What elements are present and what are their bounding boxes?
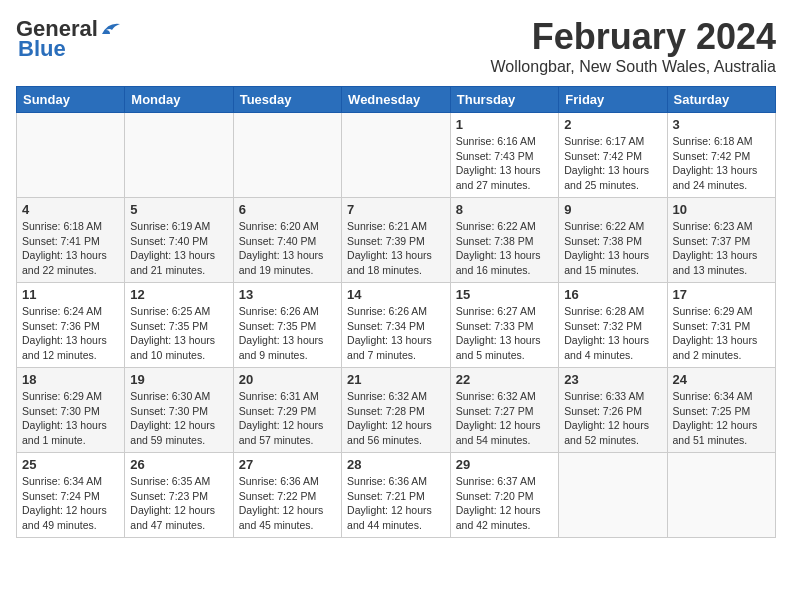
calendar-table: SundayMondayTuesdayWednesdayThursdayFrid… <box>16 86 776 538</box>
logo-blue: Blue <box>18 36 66 62</box>
cell-info: Sunrise: 6:21 AM Sunset: 7:39 PM Dayligh… <box>347 219 445 278</box>
weekday-header: Sunday <box>17 87 125 113</box>
day-number: 2 <box>564 117 661 132</box>
cell-info: Sunrise: 6:24 AM Sunset: 7:36 PM Dayligh… <box>22 304 119 363</box>
calendar-cell: 24Sunrise: 6:34 AM Sunset: 7:25 PM Dayli… <box>667 368 776 453</box>
month-year: February 2024 <box>491 16 776 58</box>
calendar-week-row: 18Sunrise: 6:29 AM Sunset: 7:30 PM Dayli… <box>17 368 776 453</box>
calendar-cell: 9Sunrise: 6:22 AM Sunset: 7:38 PM Daylig… <box>559 198 667 283</box>
calendar-cell <box>17 113 125 198</box>
calendar-cell: 15Sunrise: 6:27 AM Sunset: 7:33 PM Dayli… <box>450 283 558 368</box>
day-number: 21 <box>347 372 445 387</box>
calendar-week-row: 1Sunrise: 6:16 AM Sunset: 7:43 PM Daylig… <box>17 113 776 198</box>
location: Wollongbar, New South Wales, Australia <box>491 58 776 76</box>
calendar-cell: 5Sunrise: 6:19 AM Sunset: 7:40 PM Daylig… <box>125 198 233 283</box>
calendar-cell: 17Sunrise: 6:29 AM Sunset: 7:31 PM Dayli… <box>667 283 776 368</box>
day-number: 26 <box>130 457 227 472</box>
calendar-cell: 14Sunrise: 6:26 AM Sunset: 7:34 PM Dayli… <box>342 283 451 368</box>
day-number: 12 <box>130 287 227 302</box>
cell-info: Sunrise: 6:31 AM Sunset: 7:29 PM Dayligh… <box>239 389 336 448</box>
calendar-cell: 12Sunrise: 6:25 AM Sunset: 7:35 PM Dayli… <box>125 283 233 368</box>
calendar-cell <box>125 113 233 198</box>
cell-info: Sunrise: 6:35 AM Sunset: 7:23 PM Dayligh… <box>130 474 227 533</box>
calendar-cell <box>559 453 667 538</box>
day-number: 10 <box>673 202 771 217</box>
day-number: 5 <box>130 202 227 217</box>
day-number: 19 <box>130 372 227 387</box>
calendar-cell: 13Sunrise: 6:26 AM Sunset: 7:35 PM Dayli… <box>233 283 341 368</box>
day-number: 13 <box>239 287 336 302</box>
cell-info: Sunrise: 6:19 AM Sunset: 7:40 PM Dayligh… <box>130 219 227 278</box>
cell-info: Sunrise: 6:33 AM Sunset: 7:26 PM Dayligh… <box>564 389 661 448</box>
calendar-cell: 18Sunrise: 6:29 AM Sunset: 7:30 PM Dayli… <box>17 368 125 453</box>
day-number: 24 <box>673 372 771 387</box>
cell-info: Sunrise: 6:18 AM Sunset: 7:41 PM Dayligh… <box>22 219 119 278</box>
cell-info: Sunrise: 6:36 AM Sunset: 7:22 PM Dayligh… <box>239 474 336 533</box>
cell-info: Sunrise: 6:16 AM Sunset: 7:43 PM Dayligh… <box>456 134 553 193</box>
calendar-cell: 10Sunrise: 6:23 AM Sunset: 7:37 PM Dayli… <box>667 198 776 283</box>
day-number: 7 <box>347 202 445 217</box>
weekday-header: Friday <box>559 87 667 113</box>
day-number: 17 <box>673 287 771 302</box>
calendar-cell: 1Sunrise: 6:16 AM Sunset: 7:43 PM Daylig… <box>450 113 558 198</box>
calendar-cell <box>233 113 341 198</box>
cell-info: Sunrise: 6:22 AM Sunset: 7:38 PM Dayligh… <box>456 219 553 278</box>
day-number: 8 <box>456 202 553 217</box>
title-block: February 2024 Wollongbar, New South Wale… <box>491 16 776 76</box>
cell-info: Sunrise: 6:30 AM Sunset: 7:30 PM Dayligh… <box>130 389 227 448</box>
calendar-cell: 16Sunrise: 6:28 AM Sunset: 7:32 PM Dayli… <box>559 283 667 368</box>
cell-info: Sunrise: 6:25 AM Sunset: 7:35 PM Dayligh… <box>130 304 227 363</box>
weekday-header: Monday <box>125 87 233 113</box>
calendar-cell: 2Sunrise: 6:17 AM Sunset: 7:42 PM Daylig… <box>559 113 667 198</box>
day-number: 22 <box>456 372 553 387</box>
page-header: General Blue February 2024 Wollongbar, N… <box>16 16 776 76</box>
cell-info: Sunrise: 6:29 AM Sunset: 7:31 PM Dayligh… <box>673 304 771 363</box>
cell-info: Sunrise: 6:23 AM Sunset: 7:37 PM Dayligh… <box>673 219 771 278</box>
day-number: 15 <box>456 287 553 302</box>
calendar-cell: 6Sunrise: 6:20 AM Sunset: 7:40 PM Daylig… <box>233 198 341 283</box>
cell-info: Sunrise: 6:32 AM Sunset: 7:28 PM Dayligh… <box>347 389 445 448</box>
calendar-header-row: SundayMondayTuesdayWednesdayThursdayFrid… <box>17 87 776 113</box>
calendar-week-row: 4Sunrise: 6:18 AM Sunset: 7:41 PM Daylig… <box>17 198 776 283</box>
cell-info: Sunrise: 6:22 AM Sunset: 7:38 PM Dayligh… <box>564 219 661 278</box>
calendar-week-row: 11Sunrise: 6:24 AM Sunset: 7:36 PM Dayli… <box>17 283 776 368</box>
calendar-cell: 25Sunrise: 6:34 AM Sunset: 7:24 PM Dayli… <box>17 453 125 538</box>
cell-info: Sunrise: 6:37 AM Sunset: 7:20 PM Dayligh… <box>456 474 553 533</box>
day-number: 20 <box>239 372 336 387</box>
day-number: 1 <box>456 117 553 132</box>
calendar-cell: 27Sunrise: 6:36 AM Sunset: 7:22 PM Dayli… <box>233 453 341 538</box>
weekday-header: Wednesday <box>342 87 451 113</box>
day-number: 4 <box>22 202 119 217</box>
calendar-cell: 28Sunrise: 6:36 AM Sunset: 7:21 PM Dayli… <box>342 453 451 538</box>
day-number: 14 <box>347 287 445 302</box>
day-number: 28 <box>347 457 445 472</box>
cell-info: Sunrise: 6:20 AM Sunset: 7:40 PM Dayligh… <box>239 219 336 278</box>
calendar-cell: 21Sunrise: 6:32 AM Sunset: 7:28 PM Dayli… <box>342 368 451 453</box>
cell-info: Sunrise: 6:36 AM Sunset: 7:21 PM Dayligh… <box>347 474 445 533</box>
day-number: 29 <box>456 457 553 472</box>
weekday-header: Tuesday <box>233 87 341 113</box>
calendar-cell <box>667 453 776 538</box>
day-number: 6 <box>239 202 336 217</box>
cell-info: Sunrise: 6:34 AM Sunset: 7:25 PM Dayligh… <box>673 389 771 448</box>
calendar-cell <box>342 113 451 198</box>
cell-info: Sunrise: 6:26 AM Sunset: 7:34 PM Dayligh… <box>347 304 445 363</box>
calendar-cell: 20Sunrise: 6:31 AM Sunset: 7:29 PM Dayli… <box>233 368 341 453</box>
cell-info: Sunrise: 6:17 AM Sunset: 7:42 PM Dayligh… <box>564 134 661 193</box>
cell-info: Sunrise: 6:26 AM Sunset: 7:35 PM Dayligh… <box>239 304 336 363</box>
calendar-cell: 4Sunrise: 6:18 AM Sunset: 7:41 PM Daylig… <box>17 198 125 283</box>
calendar-week-row: 25Sunrise: 6:34 AM Sunset: 7:24 PM Dayli… <box>17 453 776 538</box>
cell-info: Sunrise: 6:28 AM Sunset: 7:32 PM Dayligh… <box>564 304 661 363</box>
day-number: 16 <box>564 287 661 302</box>
weekday-header: Thursday <box>450 87 558 113</box>
cell-info: Sunrise: 6:27 AM Sunset: 7:33 PM Dayligh… <box>456 304 553 363</box>
cell-info: Sunrise: 6:32 AM Sunset: 7:27 PM Dayligh… <box>456 389 553 448</box>
cell-info: Sunrise: 6:29 AM Sunset: 7:30 PM Dayligh… <box>22 389 119 448</box>
calendar-cell: 8Sunrise: 6:22 AM Sunset: 7:38 PM Daylig… <box>450 198 558 283</box>
day-number: 27 <box>239 457 336 472</box>
calendar-cell: 29Sunrise: 6:37 AM Sunset: 7:20 PM Dayli… <box>450 453 558 538</box>
cell-info: Sunrise: 6:18 AM Sunset: 7:42 PM Dayligh… <box>673 134 771 193</box>
weekday-header: Saturday <box>667 87 776 113</box>
day-number: 3 <box>673 117 771 132</box>
calendar-cell: 11Sunrise: 6:24 AM Sunset: 7:36 PM Dayli… <box>17 283 125 368</box>
